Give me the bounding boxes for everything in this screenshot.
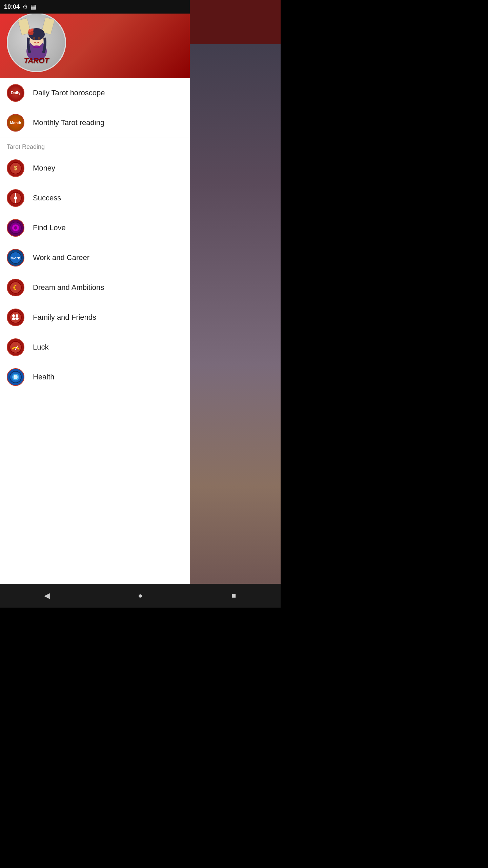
home-button[interactable]: ● <box>130 586 150 606</box>
monthly-label: Monthly Tarot reading <box>33 118 104 127</box>
svg-point-31 <box>15 349 16 350</box>
success-label: Success <box>33 194 61 202</box>
menu-item-money[interactable]: $ Money <box>0 153 190 183</box>
svg-point-10 <box>33 45 41 48</box>
dream-icon-svg: ☾ <box>9 281 22 294</box>
back-button[interactable]: ◀ <box>37 586 57 606</box>
navigation-bar: ◀ ● ■ <box>0 584 281 608</box>
menu-item-success[interactable]: Success <box>0 183 190 213</box>
tarot-reading-section-header: Tarot Reading <box>0 138 190 153</box>
monthly-icon: Month <box>7 114 24 132</box>
money-label: Money <box>33 164 55 173</box>
svg-point-7 <box>31 28 34 31</box>
money-icon: $ <box>7 159 24 177</box>
work-icon-svg: work <box>9 252 22 264</box>
menu-item-daily[interactable]: Daily Daily Tarot horoscope <box>0 78 190 108</box>
family-icon <box>7 309 24 326</box>
menu-item-dream[interactable]: ☾ Dream and Ambitions <box>0 273 190 302</box>
findlove-label: Find Love <box>33 223 66 232</box>
recent-button[interactable]: ■ <box>224 586 244 606</box>
svg-point-9 <box>38 37 40 40</box>
daily-label: Daily Tarot horoscope <box>33 88 105 97</box>
status-bar: 10:04 ⚙ ▦ <box>0 0 190 14</box>
health-icon <box>7 368 24 386</box>
svg-point-19 <box>14 226 17 230</box>
svg-text:$: $ <box>14 165 17 171</box>
back-icon: ◀ <box>44 591 50 600</box>
success-icon <box>7 189 24 207</box>
svg-point-25 <box>12 314 15 317</box>
menu-item-monthly[interactable]: Month Monthly Tarot reading <box>0 108 190 138</box>
work-label: Work and Career <box>33 253 89 262</box>
svg-point-28 <box>15 317 19 320</box>
findlove-icon-svg <box>9 222 22 234</box>
money-icon-svg: $ <box>9 162 22 174</box>
right-panel-top <box>190 0 281 44</box>
status-time: 10:04 <box>4 3 20 11</box>
family-label: Family and Friends <box>33 313 96 322</box>
health-icon-svg <box>9 371 22 383</box>
home-icon: ● <box>138 591 142 600</box>
health-label: Health <box>33 373 55 381</box>
family-icon-svg <box>9 311 22 323</box>
sim-card-icon: ▦ <box>30 3 36 11</box>
svg-text:☾: ☾ <box>13 284 18 291</box>
dream-label: Dream and Ambitions <box>33 283 104 292</box>
svg-point-6 <box>28 29 31 32</box>
app-logo: TAROT <box>7 13 66 72</box>
logo-inner: TAROT <box>8 14 65 71</box>
left-panel: TAROT Daily Daily Tarot horoscope Month … <box>0 0 190 608</box>
menu-item-findlove[interactable]: Find Love <box>0 213 190 243</box>
right-panel-background <box>190 0 281 608</box>
dream-icon: ☾ <box>7 279 24 296</box>
daily-icon: Daily <box>7 84 24 102</box>
svg-point-24 <box>10 312 21 323</box>
logo-text: TAROT <box>24 56 49 65</box>
menu-item-luck[interactable]: Luck <box>0 332 190 362</box>
svg-point-27 <box>12 317 15 320</box>
svg-point-16 <box>14 196 17 200</box>
luck-icon <box>7 338 24 356</box>
menu-item-health[interactable]: Health <box>0 362 190 392</box>
gear-icon: ⚙ <box>22 3 28 11</box>
findlove-icon <box>7 219 24 237</box>
svg-text:work: work <box>11 256 20 260</box>
success-icon-svg <box>9 192 22 204</box>
luck-icon-svg <box>9 341 22 353</box>
menu-item-work[interactable]: work Work and Career <box>0 243 190 273</box>
svg-point-35 <box>14 375 15 377</box>
status-bar-left: 10:04 ⚙ ▦ <box>4 3 36 11</box>
work-icon: work <box>7 249 24 267</box>
luck-label: Luck <box>33 343 48 352</box>
menu-item-family[interactable]: Family and Friends <box>0 302 190 332</box>
svg-point-8 <box>33 37 35 40</box>
svg-point-26 <box>16 314 18 317</box>
recent-icon: ■ <box>231 591 236 600</box>
menu-section: Daily Daily Tarot horoscope Month Monthl… <box>0 78 190 608</box>
tarot-lady-illustration <box>18 16 55 60</box>
